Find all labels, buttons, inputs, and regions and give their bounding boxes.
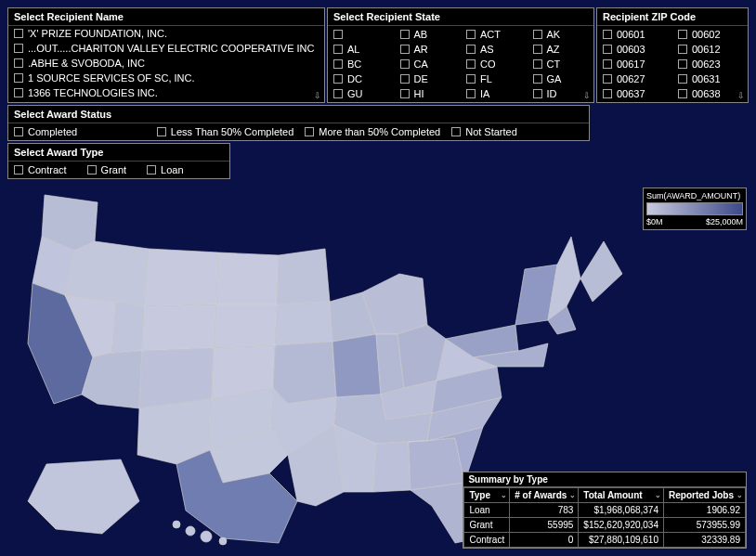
state-ia[interactable] — [275, 302, 332, 345]
checkbox-icon[interactable] — [603, 59, 612, 69]
zip-option[interactable]: 00612 — [672, 42, 748, 57]
zip-option[interactable]: 00627 — [597, 71, 672, 86]
state-option[interactable]: GU — [328, 86, 395, 101]
status-option[interactable]: More than 50% Completed — [299, 124, 446, 139]
checkbox-icon[interactable] — [400, 89, 410, 98]
checkbox-icon[interactable] — [333, 30, 343, 39]
checkbox-icon[interactable] — [14, 88, 23, 97]
state-mn[interactable] — [277, 249, 330, 304]
checkbox-icon[interactable] — [603, 74, 612, 84]
recipient-name-option[interactable]: .ABHE & SVOBODA, INC — [8, 56, 324, 71]
checkbox-icon[interactable] — [533, 30, 542, 39]
state-option[interactable]: CO — [461, 57, 528, 71]
state-ak[interactable] — [28, 459, 139, 534]
state-option[interactable]: IA — [461, 86, 528, 101]
state-option[interactable]: AB — [395, 27, 462, 42]
zip-option[interactable]: 00631 — [672, 71, 748, 86]
status-option[interactable]: Completed — [8, 124, 151, 139]
checkbox-icon[interactable] — [466, 30, 476, 39]
checkbox-icon[interactable] — [678, 89, 687, 98]
type-option[interactable]: Contract — [8, 162, 82, 177]
col-amount[interactable]: Total Amount⌄ — [579, 488, 664, 503]
table-row[interactable]: Grant55995$152,620,920,034573955.99 — [464, 518, 746, 533]
state-me[interactable] — [580, 241, 622, 302]
col-type[interactable]: Type⌄ — [464, 488, 510, 503]
checkbox-icon[interactable] — [451, 127, 461, 136]
checkbox-icon[interactable] — [333, 89, 343, 98]
state-option[interactable]: ACT — [461, 27, 528, 42]
checkbox-icon[interactable] — [14, 165, 23, 175]
status-option[interactable]: Less Than 50% Completed — [151, 124, 300, 139]
state-id[interactable] — [65, 241, 149, 306]
zip-option[interactable]: 00637 — [597, 86, 672, 101]
type-option[interactable]: Grant — [82, 162, 142, 177]
state-option[interactable]: AL — [328, 42, 395, 57]
checkbox-icon[interactable] — [603, 30, 612, 39]
checkbox-icon[interactable] — [678, 59, 687, 69]
checkbox-icon[interactable] — [14, 127, 23, 136]
type-option[interactable]: Loan — [141, 162, 198, 177]
checkbox-icon[interactable] — [678, 45, 687, 54]
state-option[interactable]: AR — [395, 42, 462, 57]
checkbox-icon[interactable] — [400, 59, 410, 69]
checkbox-icon[interactable] — [533, 74, 542, 84]
zip-option[interactable]: 00602 — [672, 27, 748, 42]
zip-option[interactable]: 00617 — [597, 57, 672, 71]
checkbox-icon[interactable] — [400, 45, 410, 54]
state-option[interactable]: AS — [461, 42, 528, 57]
checkbox-icon[interactable] — [533, 89, 542, 98]
col-awards[interactable]: # of Awards⌄ — [510, 488, 579, 503]
checkbox-icon[interactable] — [466, 74, 476, 84]
zip-option[interactable]: 00601 — [597, 27, 672, 42]
scroll-down-icon[interactable]: ⇩ — [314, 91, 321, 100]
checkbox-icon[interactable] — [533, 59, 542, 69]
state-option[interactable]: CA — [395, 57, 462, 71]
state-mt[interactable] — [144, 249, 218, 306]
checkbox-icon[interactable] — [603, 89, 612, 98]
checkbox-icon[interactable] — [157, 127, 166, 136]
col-jobs[interactable]: Reported Jobs⌄ — [663, 488, 745, 503]
recipient-name-option[interactable]: 'X' PRIZE FOUNDATION, INC. — [8, 26, 324, 41]
state-option[interactable]: DC — [328, 71, 395, 86]
checkbox-icon[interactable] — [533, 45, 542, 54]
state-option[interactable]: FL — [461, 71, 528, 86]
status-option[interactable]: Not Started — [446, 124, 589, 139]
checkbox-icon[interactable] — [466, 89, 476, 98]
checkbox-icon[interactable] — [466, 45, 476, 54]
state-mo[interactable] — [273, 342, 336, 404]
state-option[interactable]: HI — [395, 86, 462, 101]
state-option[interactable]: DE — [395, 71, 462, 86]
zip-option[interactable]: 00623 — [672, 57, 748, 71]
checkbox-icon[interactable] — [14, 73, 23, 83]
checkbox-icon[interactable] — [400, 30, 410, 39]
checkbox-icon[interactable] — [603, 45, 612, 54]
state-sd[interactable] — [214, 304, 277, 348]
checkbox-icon[interactable] — [14, 58, 23, 68]
table-row[interactable]: Loan783$1,968,068,3741906.92 — [464, 503, 746, 518]
zip-option[interactable]: 00603 — [597, 42, 672, 57]
state-option[interactable]: GA — [528, 71, 594, 86]
checkbox-icon[interactable] — [678, 74, 687, 84]
state-option[interactable]: AK — [528, 27, 594, 42]
table-row[interactable]: Contract0$27,880,109,61032339.89 — [464, 533, 746, 548]
recipient-name-option[interactable]: ...OUT.....CHARITON VALLEY ELECTRIC COOP… — [8, 41, 324, 56]
checkbox-icon[interactable] — [14, 29, 23, 38]
scroll-down-icon[interactable]: ⇩ — [583, 91, 591, 100]
checkbox-icon[interactable] — [147, 165, 156, 175]
scroll-down-icon[interactable]: ⇩ — [737, 91, 745, 100]
state-option[interactable]: CT — [528, 57, 594, 71]
checkbox-icon[interactable] — [305, 127, 314, 136]
checkbox-icon[interactable] — [87, 165, 97, 175]
checkbox-icon[interactable] — [333, 59, 343, 69]
checkbox-icon[interactable] — [678, 30, 687, 39]
checkbox-icon[interactable] — [466, 59, 476, 69]
state-il[interactable] — [332, 334, 381, 397]
checkbox-icon[interactable] — [14, 44, 23, 53]
zip-option[interactable]: 00638 — [672, 86, 748, 101]
state-nd[interactable] — [216, 252, 279, 304]
recipient-name-option[interactable]: 1366 TECHNOLOGIES INC. — [8, 85, 324, 100]
state-al[interactable] — [373, 442, 411, 492]
state-wy[interactable] — [142, 304, 216, 351]
state-option[interactable]: BC — [328, 57, 395, 71]
checkbox-icon[interactable] — [333, 74, 343, 84]
